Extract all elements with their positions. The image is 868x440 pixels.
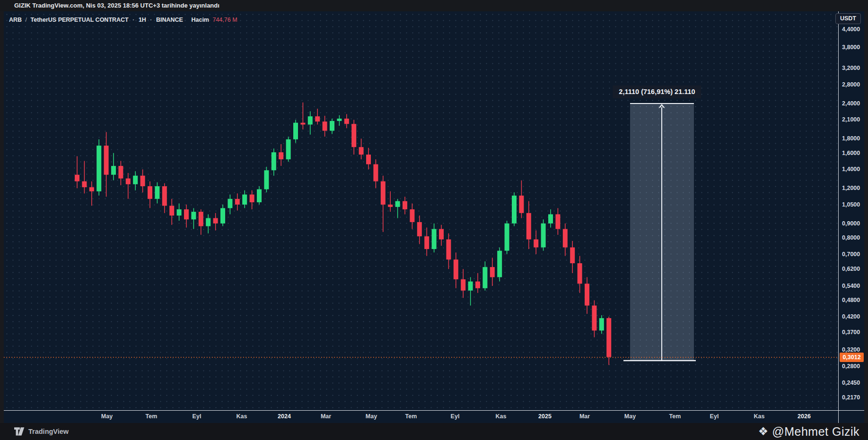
candlestick-canvas xyxy=(4,11,838,410)
candle-body xyxy=(286,139,291,159)
candle-body xyxy=(264,170,269,189)
time-axis[interactable]: MayTemEylKas2024MarMayTemEylKas2025MarMa… xyxy=(4,410,838,423)
legend-symbol[interactable]: ARB xyxy=(9,17,22,23)
price-tick-label: 2,8000 xyxy=(842,81,860,88)
time-tick-year: 2024 xyxy=(278,413,291,420)
time-tick-month: Tem xyxy=(405,413,417,420)
candle-body xyxy=(461,279,465,291)
candle-body xyxy=(351,124,356,147)
time-tick-month: Tem xyxy=(669,413,681,420)
candle-body xyxy=(395,201,400,207)
candle-body xyxy=(526,213,531,240)
price-axis[interactable]: 0,3012 4,40003,80003,20002,80002,40002,1… xyxy=(838,11,864,410)
price-tick-label: 0,9000 xyxy=(842,220,860,227)
candle-body xyxy=(82,181,87,188)
time-tick-month: Tem xyxy=(146,413,158,420)
candle-body xyxy=(592,305,596,330)
candle-body xyxy=(490,267,495,277)
candle-body xyxy=(315,116,320,121)
candle-body xyxy=(344,119,349,124)
tradingview-logo-link[interactable]: TradingView xyxy=(14,427,69,436)
candle-body xyxy=(257,189,262,202)
price-tick-label: 2,1000 xyxy=(842,116,860,123)
legend-interval[interactable]: 1H xyxy=(139,17,146,23)
candle-body xyxy=(475,282,480,288)
legend-exchange[interactable]: BINANCE xyxy=(156,17,183,23)
price-tick-label: 2,4000 xyxy=(842,100,860,107)
candle-body xyxy=(191,212,196,219)
price-tick-label: 0,8000 xyxy=(842,234,860,242)
candle-body xyxy=(89,187,94,191)
candle-body xyxy=(133,176,138,184)
candle-body xyxy=(126,179,131,184)
candle-body xyxy=(162,186,167,206)
time-tick-month: May xyxy=(101,413,113,420)
candle-body xyxy=(155,186,159,199)
time-tick-month: Kas xyxy=(237,413,247,420)
candle-body xyxy=(497,251,502,277)
candle-body xyxy=(446,240,451,260)
time-tick-month: Kas xyxy=(496,413,507,420)
candle-body xyxy=(104,146,109,175)
candle-body xyxy=(585,284,589,305)
candle-body xyxy=(228,199,232,208)
candle-body xyxy=(169,206,174,216)
candle-body xyxy=(570,247,575,263)
candle-body xyxy=(512,196,517,224)
candle-body xyxy=(96,146,101,191)
price-tick-label: 3,8000 xyxy=(842,43,860,51)
time-tick-month: Mar xyxy=(321,413,331,420)
time-tick-month: May xyxy=(366,413,377,420)
candle-body xyxy=(140,176,145,186)
candle-body xyxy=(75,175,79,181)
time-tick-month: Kas xyxy=(754,413,765,420)
candle-body xyxy=(111,166,116,175)
legend-description[interactable]: TetherUS PERPETUAL CONTRACT xyxy=(31,17,129,23)
candle-body xyxy=(359,147,364,155)
time-tick-year: 2026 xyxy=(798,413,811,420)
candle-body xyxy=(213,218,218,224)
candle-body xyxy=(578,263,582,284)
candle-body xyxy=(323,121,327,130)
price-tick-label: 3,2000 xyxy=(842,64,860,72)
footer-bar: TradingView ❖ @Mehmet Gizik xyxy=(0,423,868,440)
candle-body xyxy=(432,229,437,249)
price-tick-label: 1,2000 xyxy=(842,184,860,192)
time-tick-month: Eyl xyxy=(193,413,202,420)
candle-body xyxy=(403,201,407,209)
price-plot-area[interactable] xyxy=(4,11,838,410)
symbol-legend[interactable]: ARB / TetherUS PERPETUAL CONTRACT · 1H ·… xyxy=(9,15,237,25)
candle-body xyxy=(330,121,334,131)
price-tick-label: 0,7000 xyxy=(842,250,860,258)
candle-body xyxy=(337,119,342,121)
candle-body xyxy=(482,267,487,288)
candle-body xyxy=(454,259,458,279)
candle-body xyxy=(250,195,254,202)
candle-body xyxy=(272,152,276,170)
candle-body xyxy=(293,123,298,139)
price-tick-label: 0,3700 xyxy=(842,328,860,336)
candle-body xyxy=(300,123,305,125)
candle-body xyxy=(424,236,429,249)
time-tick-month: Eyl xyxy=(710,413,719,420)
candle-body xyxy=(184,209,189,219)
legend-dot: · xyxy=(130,17,137,23)
candle-body xyxy=(242,195,247,205)
tradingview-logo-icon xyxy=(14,427,25,436)
candle-body xyxy=(308,116,313,124)
price-tick-label: 0,4800 xyxy=(842,296,860,304)
candle-body xyxy=(366,155,371,164)
binance-diamond-icon: ❖ xyxy=(758,426,769,437)
candle-body xyxy=(388,205,393,207)
currency-toggle-button[interactable]: USDT xyxy=(835,13,861,24)
candle-body xyxy=(118,166,123,178)
candle-body xyxy=(410,209,414,222)
candle-body xyxy=(439,229,444,240)
price-tick-label: 0,2800 xyxy=(842,362,860,370)
tradingview-published-chart: GIZIK TradingView.com, Nis 03, 2025 18:5… xyxy=(0,0,868,440)
volume-value: 744,76 M xyxy=(212,17,237,23)
time-tick-month: Eyl xyxy=(451,413,460,420)
price-tick-label: 1,4000 xyxy=(842,165,860,173)
candle-body xyxy=(381,181,386,205)
candle-body xyxy=(206,218,210,226)
